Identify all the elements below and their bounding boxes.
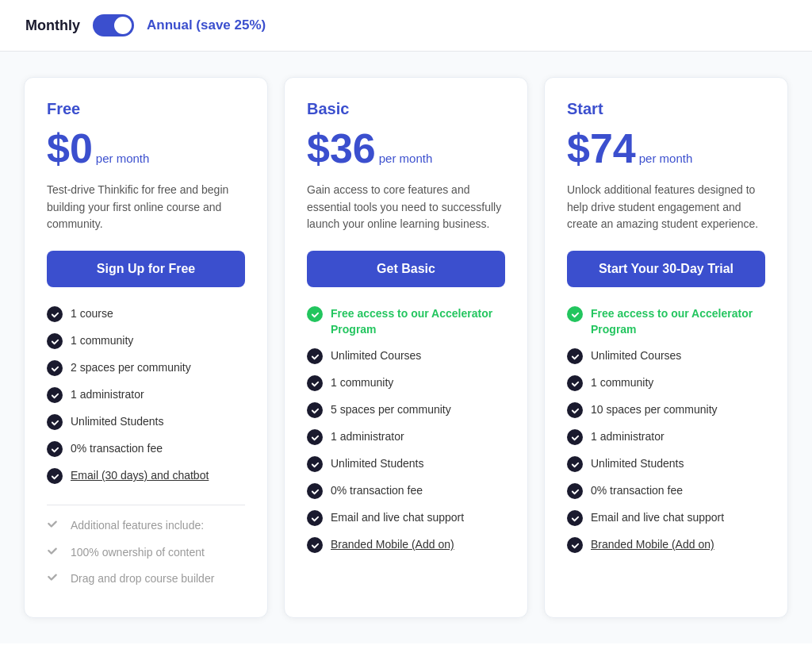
feature-text: 1 administrator [71, 387, 144, 403]
plan-name-basic: Basic [307, 100, 505, 118]
plan-price-amount-start: $74 [567, 128, 636, 169]
feature-item: 1 course [47, 306, 245, 322]
feature-item: Unlimited Courses [307, 348, 505, 364]
check-icon [567, 429, 583, 445]
feature-item: 1 administrator [567, 429, 765, 445]
plan-price-row-free: $0per month [47, 128, 245, 169]
feature-text: Unlimited Students [71, 414, 164, 430]
feature-item: 1 community [47, 333, 245, 349]
feature-item: 0% transaction fee [567, 483, 765, 499]
plan-cta-button-free[interactable]: Sign Up for Free [47, 251, 245, 287]
plan-name-start: Start [567, 100, 765, 118]
plan-cta-button-basic[interactable]: Get Basic [307, 251, 505, 287]
check-icon [307, 537, 323, 553]
extra-features-list-free: Additional features include:100% ownersh… [47, 518, 245, 598]
feature-text: 1 community [591, 375, 653, 391]
feature-item: 2 spaces per community [47, 360, 245, 376]
feature-item: Unlimited Students [567, 456, 765, 472]
feature-text: 10 spaces per community [591, 402, 718, 418]
feature-item: 5 spaces per community [307, 402, 505, 418]
plan-cta-button-start[interactable]: Start Your 30-Day Trial [567, 251, 765, 287]
plan-price-period-free: per month [96, 152, 150, 165]
check-icon [567, 510, 583, 526]
gray-check-icon [47, 518, 63, 534]
extra-feature-item: 100% ownership of content [47, 545, 245, 561]
plan-price-period-start: per month [639, 152, 693, 165]
check-icon [47, 360, 63, 376]
check-icon [307, 402, 323, 418]
feature-text: Email and live chat support [591, 510, 724, 526]
plan-name-free: Free [47, 100, 245, 118]
feature-text: 2 spaces per community [71, 360, 191, 376]
feature-item: Email (30 days) and chatbot [47, 468, 245, 484]
plans-container: Free$0per monthTest-drive Thinkific for … [0, 52, 812, 643]
check-icon [307, 429, 323, 445]
monthly-label: Monthly [25, 17, 80, 34]
toggle-knob [114, 17, 132, 34]
plan-description-basic: Gain access to core features and essenti… [307, 182, 505, 233]
check-icon [567, 483, 583, 499]
check-icon [307, 375, 323, 391]
check-icon [307, 510, 323, 526]
feature-text: Branded Mobile (Add on) [331, 537, 454, 553]
features-list-free: 1 course1 community2 spaces per communit… [47, 306, 245, 495]
feature-item: 0% transaction fee [47, 441, 245, 457]
feature-text: 0% transaction fee [331, 483, 423, 499]
feature-item: 1 administrator [307, 429, 505, 445]
feature-text: Email (30 days) and chatbot [71, 468, 209, 484]
check-icon-green [307, 306, 323, 322]
feature-text: 1 course [71, 306, 113, 322]
gray-check-icon [47, 545, 63, 561]
accelerator-label: Free access to our Accelerator Program [591, 306, 765, 337]
feature-item: 10 spaces per community [567, 402, 765, 418]
feature-accelerator: Free access to our Accelerator Program [307, 306, 505, 337]
feature-item: Unlimited Students [307, 456, 505, 472]
feature-item: 1 administrator [47, 387, 245, 403]
check-icon-green [567, 306, 583, 322]
check-icon [47, 333, 63, 349]
feature-text: Unlimited Courses [331, 348, 421, 364]
feature-text: 1 community [331, 375, 393, 391]
feature-text: Branded Mobile (Add on) [591, 537, 714, 553]
feature-text: 1 administrator [591, 429, 665, 445]
plan-card-basic: Basic$36per monthGain access to core fea… [284, 77, 528, 618]
billing-toggle-bar: Monthly Annual (save 25%) [0, 0, 812, 52]
plan-card-start: Start$74per monthUnlock additional featu… [544, 77, 788, 618]
check-icon [567, 348, 583, 364]
check-icon [47, 441, 63, 457]
check-icon [47, 414, 63, 430]
feature-item: 1 community [307, 375, 505, 391]
accelerator-label: Free access to our Accelerator Program [331, 306, 505, 337]
feature-text: Email and live chat support [331, 510, 464, 526]
billing-toggle[interactable] [93, 14, 134, 36]
feature-item: Unlimited Courses [567, 348, 765, 364]
gray-check-icon [47, 571, 63, 587]
feature-text: 5 spaces per community [331, 402, 451, 418]
annual-label[interactable]: Annual (save 25%) [147, 17, 266, 33]
extra-feature-text: 100% ownership of content [71, 545, 205, 561]
check-icon [567, 456, 583, 472]
plan-price-row-basic: $36per month [307, 128, 505, 169]
feature-text: 0% transaction fee [71, 441, 163, 457]
plan-price-amount-free: $0 [47, 128, 93, 169]
plan-price-row-start: $74per month [567, 128, 765, 169]
feature-accelerator: Free access to our Accelerator Program [567, 306, 765, 337]
check-icon [307, 483, 323, 499]
feature-item: Branded Mobile (Add on) [567, 537, 765, 553]
extra-feature-text: Additional features include: [71, 518, 204, 534]
feature-text: 1 administrator [331, 429, 404, 445]
plan-price-amount-basic: $36 [307, 128, 376, 169]
check-icon [307, 456, 323, 472]
check-icon [567, 375, 583, 391]
feature-text: 0% transaction fee [591, 483, 683, 499]
feature-text: Unlimited Students [591, 456, 684, 472]
plan-card-free: Free$0per monthTest-drive Thinkific for … [24, 77, 268, 618]
check-icon [567, 537, 583, 553]
extra-feature-text: Drag and drop course builder [71, 571, 214, 587]
plan-description-free: Test-drive Thinkific for free and begin … [47, 182, 245, 233]
feature-text: Unlimited Courses [591, 348, 681, 364]
feature-text: 1 community [71, 333, 133, 349]
check-icon [47, 306, 63, 322]
feature-item: Unlimited Students [47, 414, 245, 430]
plan-price-period-basic: per month [379, 152, 433, 165]
